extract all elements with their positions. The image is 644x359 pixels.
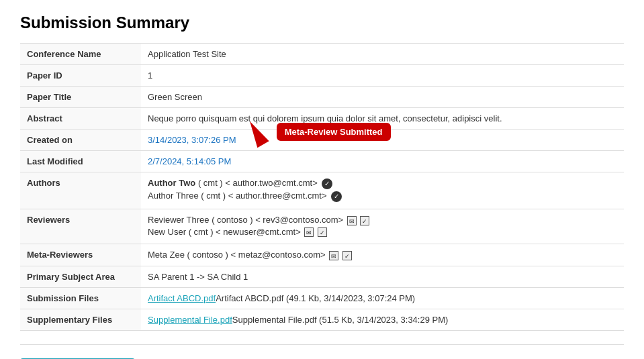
label-created-on: Created on — [20, 130, 141, 151]
reviewer-1-email-icon: ✉ — [347, 216, 357, 225]
label-meta-reviewers: Meta-Reviewers — [20, 244, 141, 266]
table-row-supplementary-files: Supplementary Files Supplemental File.pd… — [20, 309, 624, 330]
author-2: Author Three ( cmt ) < author.three@cmt.… — [148, 191, 617, 202]
reviewer-2: New User ( cmt ) < newuser@cmt.cmt> ✉ ✓ — [148, 227, 617, 238]
reviewer-1: Reviewer Three ( contoso ) < rev3@contos… — [148, 215, 617, 225]
label-paper-id: Paper ID — [20, 65, 141, 87]
reviewer-1-text: Reviewer Three ( contoso ) < rev3@contos… — [148, 215, 343, 225]
value-subject-area: SA Parent 1 -> SA Child 1 — [141, 266, 624, 287]
table-row-authors: Authors Author Two ( cmt ) < author.two@… — [20, 172, 624, 209]
table-row-meta-reviewers: Meta-Reviewers Meta Zee ( contoso ) < me… — [20, 244, 624, 266]
label-abstract: Abstract — [20, 108, 141, 130]
submission-file-link[interactable]: Artifact ABCD.pdf — [148, 293, 216, 303]
table-row-paper-id: Paper ID 1 — [20, 65, 624, 87]
value-supplementary-files: Supplemental File.pdfSupplemental File.p… — [141, 309, 624, 330]
table-row-reviewers: Reviewers Reviewer Three ( contoso ) < r… — [20, 209, 624, 244]
supplementary-file-plain: Supplemental File.pdf — [232, 315, 317, 325]
reviewer-2-text: New User ( cmt ) < newuser@cmt.cmt> — [148, 227, 301, 237]
author-1-verified-icon: ✓ — [322, 178, 332, 189]
table-row-conference: Conference Name Application Test Site — [20, 44, 624, 65]
value-meta-reviewers: Meta Zee ( contoso ) < metaz@contoso.com… — [141, 244, 624, 266]
label-reviewers: Reviewers — [20, 209, 141, 244]
meta-review-callout: Meta-Review Submitted — [277, 123, 391, 141]
label-subject-area: Primary Subject Area — [20, 266, 141, 287]
submission-table: Conference Name Application Test Site Pa… — [20, 43, 624, 331]
supplementary-file-link[interactable]: Supplemental File.pdf — [148, 315, 232, 325]
author-1: Author Two ( cmt ) < author.two@cmt.cmt>… — [148, 178, 617, 189]
label-conference: Conference Name — [20, 44, 141, 65]
value-authors: Author Two ( cmt ) < author.two@cmt.cmt>… — [141, 172, 624, 209]
page-title: Submission Summary — [20, 13, 624, 32]
value-submission-files: Artifact ABCD.pdfArtifact ABCD.pdf (49.1… — [141, 287, 624, 309]
table-row-last-modified: Last Modified 2/7/2024, 5:14:05 PM — [20, 151, 624, 172]
reviewer-2-email-icon: ✉ — [304, 227, 314, 237]
value-last-modified: 2/7/2024, 5:14:05 PM — [141, 151, 624, 172]
table-row-submission-files: Submission Files Artifact ABCD.pdfArtifa… — [20, 287, 624, 309]
reviewer-1-check-icon: ✓ — [360, 216, 369, 225]
footer-section: Back to Chair Console — [20, 344, 624, 359]
value-conference: Application Test Site — [141, 44, 624, 65]
created-date-value: 3/14/2023, 3:07:26 PM — [148, 135, 236, 145]
value-created-on: 3/14/2023, 3:07:26 PM Meta-Review Submit… — [141, 130, 624, 151]
author-1-name: Author Two — [148, 178, 195, 188]
table-row-paper-title: Paper Title Green Screen — [20, 87, 624, 108]
supplementary-file-info: (51.5 Kb, 3/14/2023, 3:34:29 PM) — [317, 315, 449, 325]
meta-reviewer-1-text: Meta Zee ( contoso ) < metaz@contoso.com… — [148, 250, 326, 260]
value-paper-id: 1 — [141, 65, 624, 87]
value-paper-title: Green Screen — [141, 87, 624, 108]
label-paper-title: Paper Title — [20, 87, 141, 108]
meta-reviewer-1-check-icon: ✓ — [342, 251, 352, 260]
reviewer-2-check-icon: ✓ — [318, 227, 327, 237]
label-supplementary-files: Supplementary Files — [20, 309, 141, 330]
author-1-domain: ( cmt ) < author.two@cmt.cmt> — [198, 178, 318, 188]
table-row-created-on: Created on 3/14/2023, 3:07:26 PM Meta-Re… — [20, 130, 624, 151]
last-modified-date-value: 2/7/2024, 5:14:05 PM — [148, 156, 231, 166]
meta-reviewer-1-email-icon: ✉ — [329, 251, 338, 260]
label-last-modified: Last Modified — [20, 151, 141, 172]
label-authors: Authors — [20, 172, 141, 209]
submission-file-plain: Artifact ABCD.pdf — [216, 293, 283, 303]
author-2-verified-icon: ✓ — [331, 191, 342, 202]
label-submission-files: Submission Files — [20, 287, 141, 309]
author-2-name: Author Three ( cmt ) < author.three@cmt.… — [148, 191, 327, 201]
table-row-subject-area: Primary Subject Area SA Parent 1 -> SA C… — [20, 266, 624, 287]
value-reviewers: Reviewer Three ( contoso ) < rev3@contos… — [141, 209, 624, 244]
submission-file-info: (49.1 Kb, 3/14/2023, 3:07:24 PM) — [283, 293, 415, 303]
